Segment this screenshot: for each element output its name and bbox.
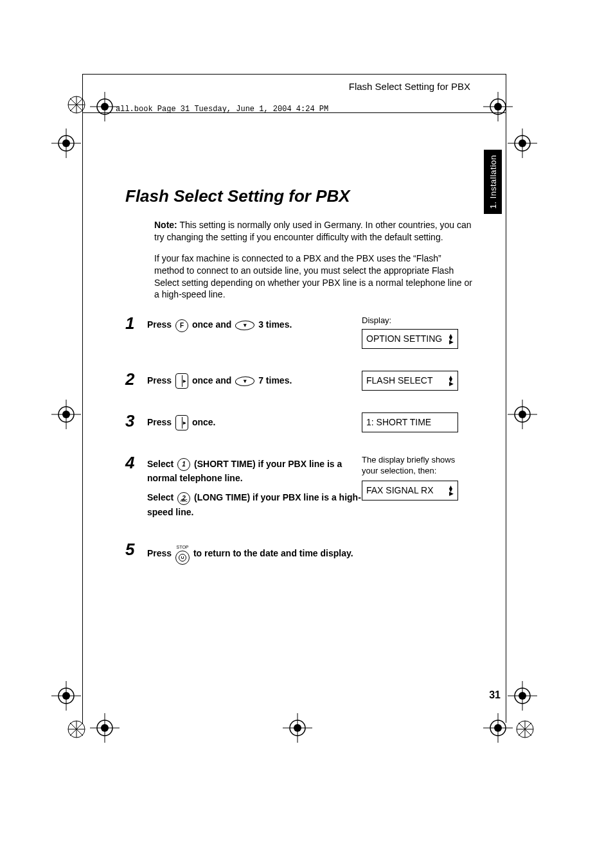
step-text: Press (147, 548, 174, 558)
digit-2-key-icon: 2ABC (177, 492, 190, 505)
step-text: (SHORT TIME) if your PBX line is a norma… (147, 459, 342, 483)
down-menu-key-icon: ▾ (235, 376, 255, 386)
lcd-display: FLASH SELECT ▲▼▶ (362, 371, 458, 391)
step-number: 1 (125, 315, 147, 332)
running-head: Flash Select Setting for PBX (349, 81, 470, 92)
step-text: once and (192, 319, 234, 330)
reg-mark (51, 681, 81, 711)
note-label: Note: (154, 220, 177, 230)
step-1: 1 Press F once and ▾ 3 times. Display: O… (125, 315, 472, 348)
step-text: to return to the date and time display. (193, 548, 353, 558)
lcd-text: 1: SHORT TIME (366, 416, 431, 429)
reg-mark (508, 681, 537, 711)
lcd-text: FLASH SELECT (366, 375, 432, 387)
lcd-text: OPTION SETTING (366, 333, 442, 345)
step-number: 5 (125, 541, 147, 558)
step-text: Select (147, 459, 176, 469)
intro-block: Note: This setting is normally only used… (154, 219, 472, 301)
step-2: 2 Press ▶ once and ▾ 7 times. FLASH SELE… (125, 371, 472, 391)
step-text: once. (192, 417, 216, 427)
step-text: Press (147, 417, 174, 427)
digit-1-key-icon: 1 (177, 458, 190, 471)
nav-arrows-icon: ▲▼▶ (448, 376, 454, 385)
stop-key-icon: STOP (175, 544, 190, 565)
step-text: 3 times. (258, 319, 292, 330)
display-label: Display: (362, 315, 472, 326)
reg-mark (508, 400, 537, 429)
step-text: 7 times. (258, 375, 292, 385)
step-number: 3 (125, 412, 147, 429)
page-number: 31 (489, 689, 501, 701)
chapter-tab: 1. Installation (484, 150, 502, 214)
step-text: Press (147, 319, 174, 330)
reg-mark (51, 128, 81, 158)
step-number: 4 (125, 454, 147, 471)
lcd-text: FAX SIGNAL RX (366, 484, 434, 497)
step-text: once and (192, 375, 234, 385)
reg-mark (508, 128, 537, 158)
function-key-icon: F (175, 319, 188, 332)
right-arrow-key-icon: ▶ (175, 415, 188, 430)
meta-rule (82, 112, 506, 113)
lcd-display: OPTION SETTING ▲▼▶ (362, 329, 458, 349)
step-text: Press (147, 375, 174, 385)
display-note: The display briefly shows your selection… (362, 454, 472, 477)
step-number: 2 (125, 371, 147, 387)
step-3: 3 Press ▶ once. 1: SHORT TIME (125, 412, 472, 432)
chapter-tab-label: 1. Installation (488, 155, 498, 209)
nav-arrows-icon: ▲▼▶ (448, 334, 454, 344)
nav-arrows-icon: ▲▼▶ (448, 486, 454, 495)
reg-mark (51, 400, 81, 429)
reg-star (515, 720, 535, 739)
right-arrow-key-icon: ▶ (175, 373, 188, 389)
intro-paragraph: If your fax machine is connected to a PB… (154, 252, 472, 301)
step-text: Select (147, 492, 176, 502)
step-4: 4 Select 1 (SHORT TIME) if your PBX line… (125, 454, 472, 520)
lcd-display: FAX SIGNAL RX ▲▼▶ (362, 481, 458, 500)
step-5: 5 Press STOP to return to the date and t… (125, 541, 472, 565)
down-menu-key-icon: ▾ (235, 321, 255, 330)
note-text: This setting is normally only used in Ge… (154, 220, 472, 242)
page-title: Flash Select Setting for PBX (125, 186, 472, 206)
lcd-display: 1: SHORT TIME (362, 412, 458, 432)
